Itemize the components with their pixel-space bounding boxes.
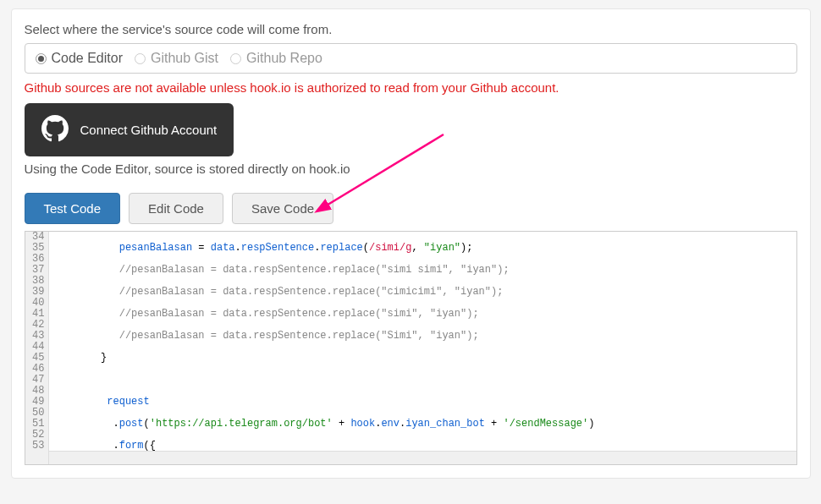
radio-icon xyxy=(36,53,47,64)
storage-info-text: Using the Code Editor, source is stored … xyxy=(25,162,797,176)
save-code-button[interactable]: Save Code xyxy=(232,193,333,224)
radio-label: Code Editor xyxy=(52,51,124,66)
github-warning: Github sources are not available unless … xyxy=(25,80,797,95)
connect-github-label: Connect Github Account xyxy=(80,123,218,137)
radio-label: Github Gist xyxy=(151,51,218,66)
radio-github-repo[interactable]: Github Repo xyxy=(230,51,322,66)
source-config-panel: Select where the service's source code w… xyxy=(11,8,811,479)
test-code-button[interactable]: Test Code xyxy=(25,193,121,224)
code-content[interactable]: pesanBalasan = data.respSentence.replace… xyxy=(49,232,796,464)
github-icon xyxy=(41,115,69,145)
instruction-text: Select where the service's source code w… xyxy=(25,22,797,36)
connect-github-button[interactable]: Connect Github Account xyxy=(25,103,234,156)
line-number-gutter: 34 35 36 37 38 39 40 41 42 43 44 45 46 4… xyxy=(25,232,49,464)
edit-code-button[interactable]: Edit Code xyxy=(129,193,223,224)
radio-icon xyxy=(135,53,146,64)
horizontal-scrollbar[interactable] xyxy=(49,451,796,464)
source-options-row: Code Editor Github Gist Github Repo xyxy=(25,43,797,74)
radio-icon xyxy=(230,53,241,64)
radio-code-editor[interactable]: Code Editor xyxy=(36,51,124,66)
action-button-row: Test Code Edit Code Save Code xyxy=(25,193,797,224)
radio-label: Github Repo xyxy=(246,51,322,66)
code-editor[interactable]: 34 35 36 37 38 39 40 41 42 43 44 45 46 4… xyxy=(25,231,797,465)
radio-github-gist[interactable]: Github Gist xyxy=(135,51,218,66)
